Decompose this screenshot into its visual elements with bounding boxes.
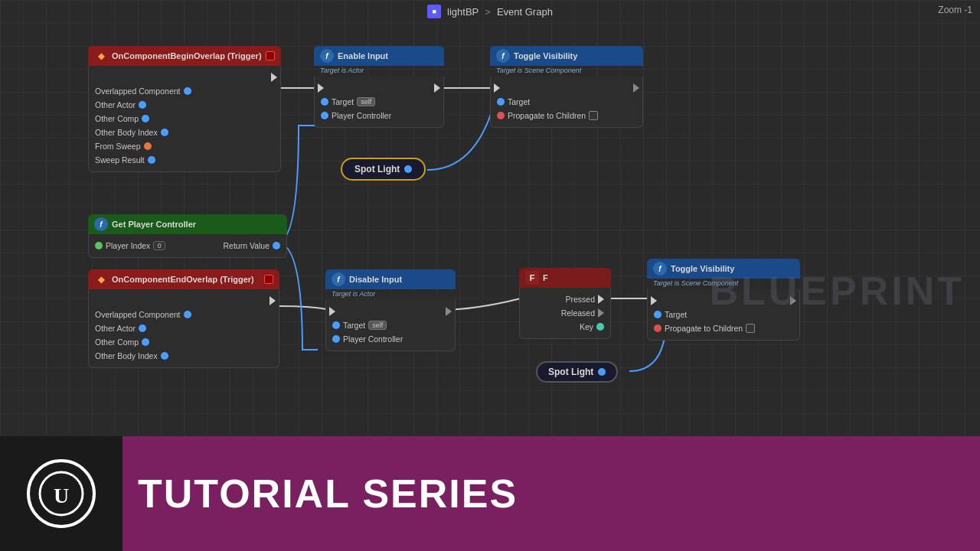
node-subtitle: Target is Actor: [314, 66, 444, 77]
zoom-level: Zoom -1: [938, 5, 972, 15]
pin-label: Propagate to Children: [508, 111, 586, 120]
pin-label: Other Actor: [95, 324, 136, 333]
pin-label: Overlapped Component: [95, 86, 181, 96]
pin-label: Pressed: [565, 295, 595, 304]
ue-logo: U: [0, 436, 122, 551]
func-icon: f: [332, 272, 345, 286]
exec-out-pin: [434, 83, 440, 93]
node-subtitle: Target is Scene Component: [490, 66, 643, 77]
pin-label: Target: [332, 97, 354, 106]
node-title-begin-overlap: OnComponentBeginOverlap (Trigger): [112, 51, 262, 60]
blueprint-watermark: BLUEPRINT: [709, 268, 965, 314]
ue-circle: U: [27, 459, 96, 528]
node-title-f-key: F: [543, 273, 548, 282]
node-f-key: F F Pressed Released Key: [519, 268, 611, 339]
exec-out-pin: [446, 307, 452, 316]
func-icon: f: [653, 262, 667, 276]
pin-label: Other Comp: [95, 114, 139, 123]
node-title-get-player-ctrl: Get Player Controller: [112, 220, 196, 229]
pin-label: From Sweep: [95, 142, 141, 151]
pin-label: Other Comp: [95, 337, 139, 347]
released-pin: [598, 308, 604, 318]
pin-label: Sweep Result: [95, 155, 145, 165]
self-badge: self: [368, 321, 387, 330]
spot-light-label-2: Spot Light: [548, 367, 593, 377]
pin-label: Propagate to Children: [665, 324, 743, 333]
spot-light-label-1: Spot Light: [354, 164, 400, 174]
node-title-toggle-vis-1: Toggle Visibility: [514, 51, 577, 60]
pin-label: Other Body Index: [95, 128, 158, 137]
blueprint-icon: ■: [427, 5, 441, 18]
return-label: Return Value: [223, 241, 270, 250]
pin-label: Player Index: [106, 241, 150, 250]
spot-light-pin-1: [404, 165, 412, 173]
f-key-icon: F: [525, 271, 539, 285]
node-enable-input: f Enable Input Target is Actor Target se…: [314, 46, 444, 128]
pin-label: Overlapped Component: [95, 310, 181, 319]
exec-out-pin: [633, 83, 639, 93]
node-title-end-overlap: OnComponentEndOverlap (Trigger): [112, 275, 254, 284]
blueprint-canvas: ■ lightBP > Event Graph Zoom -1 ◆ OnComp…: [0, 0, 980, 436]
pin-label: Player Controller: [332, 111, 391, 120]
pin-label: Key: [580, 322, 593, 331]
player-index-value: 0: [153, 241, 165, 250]
exec-in-pin: [494, 83, 500, 93]
top-bar: ■ lightBP > Event Graph Zoom -1: [0, 0, 980, 23]
event-icon: ◆: [94, 272, 108, 286]
node-get-player-controller: f Get Player Controller Player Index 0 R…: [88, 214, 287, 258]
propagate-checkbox[interactable]: [589, 111, 598, 120]
event-icon: ◆: [94, 49, 108, 63]
pin-label: Target: [508, 97, 530, 106]
node-title-enable-input: Enable Input: [338, 51, 388, 60]
exec-in-pin: [651, 296, 657, 305]
tutorial-series-text: TUTORIAL SERIES: [122, 471, 980, 517]
breadcrumb-eventgraph: Event Graph: [497, 6, 553, 18]
func-icon: f: [94, 217, 108, 231]
node-subtitle: Target is Actor: [325, 289, 456, 300]
spot-light-pin-2: [598, 368, 606, 376]
spot-light-node-1[interactable]: Spot Light: [341, 158, 426, 181]
pressed-pin: [598, 295, 604, 304]
func-icon: f: [320, 49, 334, 63]
node-title-disable-input: Disable Input: [349, 275, 402, 284]
pin-label: Other Actor: [95, 100, 136, 109]
svg-text:U: U: [54, 484, 69, 507]
self-badge: self: [357, 97, 375, 106]
spot-light-node-2[interactable]: Spot Light: [536, 361, 618, 383]
bottom-bar: U TUTORIAL SERIES: [0, 436, 980, 551]
propagate-checkbox-2[interactable]: [746, 324, 755, 333]
pin-label: Player Controller: [343, 334, 403, 344]
node-on-begin-overlap: ◆ OnComponentBeginOverlap (Trigger) Over…: [88, 46, 281, 172]
breadcrumb-separator: >: [485, 6, 491, 18]
exec-in-pin: [329, 307, 335, 316]
pin-label: Released: [561, 308, 595, 318]
exec-in-pin: [318, 83, 324, 93]
node-disable-input: f Disable Input Target is Actor Target s…: [325, 269, 456, 351]
breadcrumb-lightbp: lightBP: [447, 6, 479, 18]
pin-label: Target: [343, 321, 365, 330]
exec-out-pin: [270, 296, 276, 305]
node-on-end-overlap: ◆ OnComponentEndOverlap (Trigger) Overla…: [88, 269, 279, 368]
func-icon: f: [496, 49, 510, 63]
exec-out-pin: [271, 73, 277, 82]
pin-label: Target: [665, 310, 687, 319]
pin-label: Other Body Index: [95, 351, 158, 360]
node-toggle-visibility-1: f Toggle Visibility Target is Scene Comp…: [490, 46, 643, 128]
